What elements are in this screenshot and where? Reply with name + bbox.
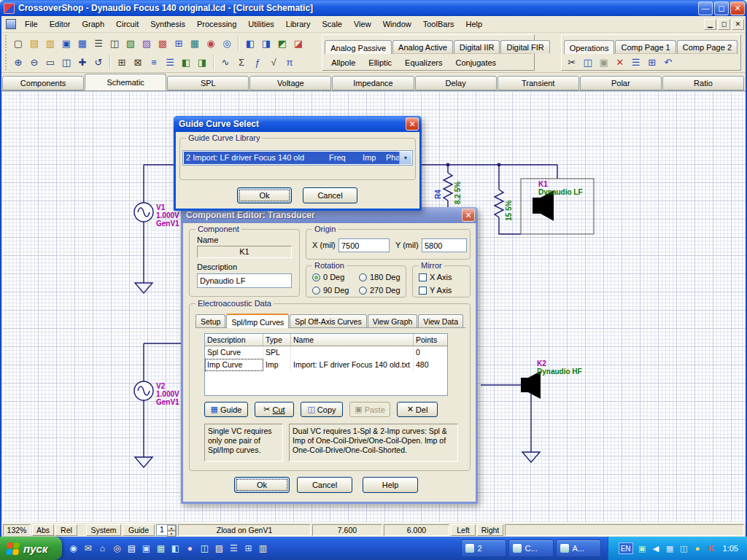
- cell-type[interactable]: SPL: [263, 346, 291, 359]
- snap-icon[interactable]: ⊠: [130, 55, 146, 70]
- properties-grid-icon[interactable]: ⊞: [644, 55, 660, 70]
- folder-icon[interactable]: ▥: [256, 541, 269, 556]
- usb-icon[interactable]: ◫: [678, 544, 689, 553]
- sum-icon[interactable]: Σ: [233, 55, 249, 70]
- column-header[interactable]: Description: [205, 334, 263, 346]
- grid-icon[interactable]: ⊞: [114, 55, 130, 70]
- cell-name[interactable]: [291, 346, 414, 359]
- language-indicator[interactable]: EN: [619, 542, 633, 554]
- tab-impedance[interactable]: Impedance: [332, 76, 414, 90]
- filter-conjugates[interactable]: Conjugates: [449, 56, 503, 69]
- word-icon[interactable]: ▣: [139, 541, 152, 556]
- tab-voltage[interactable]: Voltage: [249, 76, 331, 90]
- ea-tab-spl-off-axis-curves[interactable]: Spl Off-Axis Curves: [290, 314, 366, 327]
- right-button[interactable]: Right: [477, 524, 503, 536]
- menu-graph[interactable]: Graph: [76, 17, 110, 31]
- menu-synthesis[interactable]: Synthesis: [144, 17, 191, 31]
- cut-button[interactable]: ✂ Cut: [255, 402, 294, 417]
- column-header[interactable]: Type: [263, 334, 291, 346]
- column-header[interactable]: Name: [291, 334, 414, 346]
- tab-transient[interactable]: Transient: [498, 76, 579, 90]
- stepper-up-icon[interactable]: ▲: [167, 525, 176, 531]
- zoom-out-icon[interactable]: ⊖: [26, 55, 42, 70]
- copy-button[interactable]: ◫ Copy: [301, 402, 343, 417]
- ea-tab-view-graph[interactable]: View Graph: [368, 314, 418, 327]
- guide-dialog-titlebar[interactable]: Guide Curve Select ✕: [174, 116, 422, 132]
- calc-icon[interactable]: ⊞: [241, 541, 255, 556]
- function-icon[interactable]: ƒ: [249, 55, 266, 70]
- cell-points[interactable]: 480: [414, 359, 447, 371]
- new-window-icon[interactable]: ◩: [274, 36, 290, 51]
- music-player-icon[interactable]: ●: [183, 541, 196, 556]
- menu-toolbars[interactable]: ToolBars: [417, 17, 460, 31]
- left-button[interactable]: Left: [451, 524, 476, 536]
- cascade-windows-icon[interactable]: ◨: [258, 36, 274, 51]
- image-viewer-icon[interactable]: ◧: [169, 541, 182, 556]
- close-icon[interactable]: ✕: [406, 117, 419, 131]
- rotation-90deg-radio[interactable]: 90 Deg: [312, 286, 359, 295]
- abs-button[interactable]: Abs: [32, 524, 54, 536]
- filter-tab-digital-iir[interactable]: Digital IIR: [454, 40, 500, 53]
- ea-tab-setup[interactable]: Setup: [196, 314, 225, 327]
- volume-icon[interactable]: ◀: [651, 544, 662, 553]
- browser-icon[interactable]: ◉: [66, 541, 80, 556]
- rotation-0deg-radio[interactable]: 0 Deg: [312, 273, 359, 281]
- close-icon[interactable]: ✕: [462, 209, 475, 222]
- filter-allpole[interactable]: Allpole: [325, 56, 362, 69]
- graph-icon[interactable]: ◉: [203, 36, 219, 51]
- mail-icon[interactable]: ✉: [81, 541, 94, 556]
- cell-points[interactable]: 0: [414, 346, 447, 359]
- wire-tool-icon[interactable]: ≡: [146, 55, 162, 70]
- pi-icon[interactable]: π: [282, 55, 298, 70]
- excel-icon[interactable]: ▦: [154, 541, 167, 556]
- filter-equalizers[interactable]: Equalizers: [398, 56, 449, 69]
- cancel-button[interactable]: Cancel: [303, 187, 357, 203]
- curves-table[interactable]: Description Type Name Points Spl Curve S…: [204, 333, 448, 396]
- ea-tab-view-data[interactable]: View Data: [418, 314, 463, 327]
- label-tool-icon[interactable]: ☰: [162, 55, 178, 70]
- cell-description[interactable]: Imp Curve: [205, 359, 263, 371]
- shield-icon[interactable]: ▣: [637, 544, 648, 553]
- v1-source[interactable]: [134, 165, 153, 293]
- menu-library[interactable]: Library: [280, 17, 317, 31]
- sine-source-icon[interactable]: ∿: [217, 55, 233, 70]
- messenger-icon[interactable]: ◫: [198, 541, 211, 556]
- save-all-icon[interactable]: ▦: [74, 36, 90, 51]
- y-input[interactable]: 5800: [422, 238, 467, 252]
- ops-tab-comp-page-1[interactable]: Comp Page 1: [615, 40, 676, 53]
- spectrum-icon[interactable]: ◎: [219, 36, 235, 51]
- new-file-icon[interactable]: ▢: [10, 36, 26, 51]
- cell-name[interactable]: Import: LF driver Focus 140 old.txt: [291, 359, 414, 371]
- tab-components[interactable]: Components: [2, 76, 84, 90]
- menu-editor[interactable]: Editor: [44, 17, 77, 31]
- taskbar-task-button[interactable]: C...: [508, 540, 554, 557]
- start-button[interactable]: пуск: [0, 537, 62, 560]
- table-row[interactable]: Imp Curve Imp Import: LF driver Focus 14…: [205, 359, 447, 371]
- ok-button[interactable]: Ok: [237, 187, 292, 203]
- minimize-icon[interactable]: —: [698, 1, 713, 15]
- guide-number-stepper[interactable]: 1 ▲ ▼: [156, 524, 177, 536]
- open-file-icon[interactable]: ▤: [26, 36, 42, 51]
- cut-icon[interactable]: ✂: [564, 55, 580, 70]
- ok-button[interactable]: Ok: [234, 477, 290, 493]
- copy-icon[interactable]: ◫: [580, 55, 596, 70]
- r5-resistor[interactable]: [495, 165, 521, 234]
- menu-view[interactable]: View: [348, 17, 377, 31]
- menu-circuit[interactable]: Circuit: [110, 17, 144, 31]
- tile-windows-icon[interactable]: ◧: [242, 36, 258, 51]
- guide-button[interactable]: Guide: [123, 524, 155, 536]
- menu-window[interactable]: Window: [377, 17, 417, 31]
- tab-delay[interactable]: Delay: [415, 76, 497, 90]
- delete-icon[interactable]: ✕: [612, 55, 628, 70]
- align-horizontal-icon[interactable]: ◧: [178, 55, 194, 70]
- mirror-x-axis-checkbox[interactable]: X Axis: [419, 273, 452, 281]
- zoom-in-icon[interactable]: ⊕: [10, 55, 26, 70]
- zoom-fit-icon[interactable]: ◫: [58, 55, 74, 70]
- clock[interactable]: 1:05: [723, 544, 738, 553]
- data-table-icon[interactable]: ▦: [187, 36, 203, 51]
- menu-utilities[interactable]: Utilities: [242, 17, 279, 31]
- menu-help[interactable]: Help: [460, 17, 489, 31]
- update-icon[interactable]: ●: [692, 544, 703, 553]
- guide-curve-combobox[interactable]: 2 Import: LF driver Focus 140 old Freq I…: [182, 150, 413, 166]
- tools-icon[interactable]: ☰: [227, 541, 240, 556]
